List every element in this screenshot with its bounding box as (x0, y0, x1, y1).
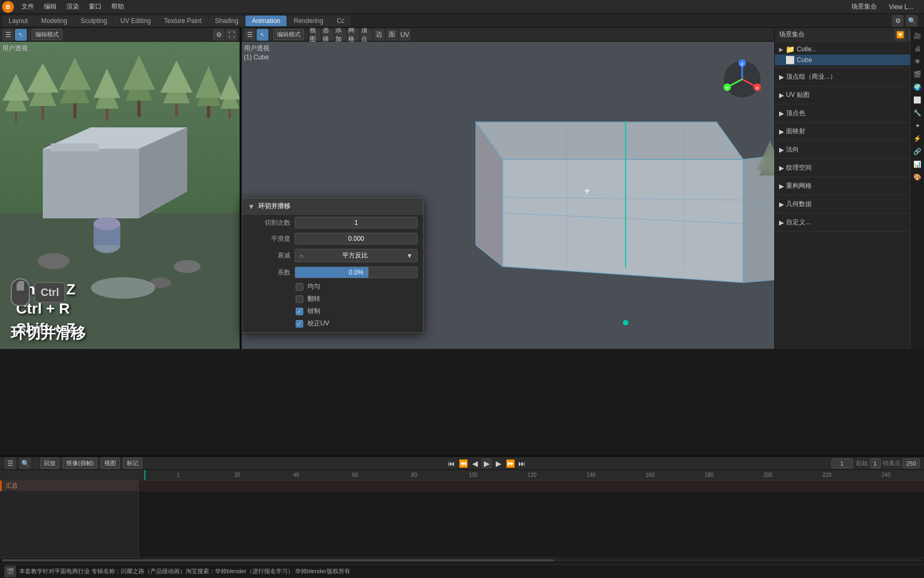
vertex-groups-header[interactable]: ▶ 顶点组（商业...） (775, 70, 924, 83)
prev-frame-btn[interactable]: ⏪ (458, 458, 468, 469)
render-props-icon[interactable]: 🎥 (912, 30, 923, 42)
clamp-checkbox[interactable]: ✓ (296, 308, 303, 315)
next-frame-btn[interactable]: ⏩ (505, 458, 515, 469)
add-btn[interactable]: 添加 (335, 29, 346, 41)
menu-file[interactable]: 文件 (17, 1, 38, 12)
tab-animation[interactable]: Animation (245, 16, 287, 26)
vertex-colors-header[interactable]: ▶ 顶点色 (775, 107, 924, 120)
factor-input[interactable]: 0.0% (295, 267, 418, 278)
timeline-scrollbar[interactable] (0, 558, 924, 562)
uv-header[interactable]: ▶ UV 贴图 (775, 88, 924, 102)
face-btn[interactable]: 面 (386, 29, 398, 41)
frame-start-input[interactable]: 1 (870, 459, 881, 468)
prev-keyframe-btn[interactable]: ◀ (469, 458, 480, 469)
uv-btn[interactable]: UV (399, 29, 411, 41)
select-btn[interactable]: 选择 (322, 29, 334, 41)
view-btn[interactable]: 视图 (309, 29, 321, 41)
material-props-icon[interactable]: 🎨 (912, 171, 923, 183)
left-3d-scene[interactable]: 用户透视 (0, 42, 240, 349)
timeline-menu[interactable]: ☰ (4, 458, 16, 469)
playback-menu[interactable]: 回放 (40, 458, 59, 469)
keying-menu[interactable]: 抠像(插帧) (63, 458, 97, 469)
scene-selector[interactable]: 场景集合 (847, 1, 881, 12)
falloff-selector[interactable]: ∩ 平方反比 ▼ (295, 249, 418, 262)
remesh-header[interactable]: ▶ 重构网格 (775, 179, 924, 193)
jump-end-btn[interactable]: ⏭ (517, 458, 527, 469)
scene-props-btn[interactable]: 🎬 (912, 69, 923, 80)
output-props-icon[interactable]: 🖨 (912, 43, 923, 55)
tab-cc[interactable]: Cc (330, 16, 351, 26)
tab-layout[interactable]: Layout (2, 16, 34, 26)
custom-header[interactable]: ▶ 自定义... (775, 216, 924, 229)
view-props-icon[interactable]: 👁 (912, 56, 923, 67)
face-map-header[interactable]: ▶ 面映射 (775, 125, 924, 138)
left-fullscreen[interactable]: ⛶ (226, 29, 237, 41)
frame-indicator (144, 470, 145, 480)
markers-menu[interactable]: 标记 (123, 458, 142, 469)
blender-logo[interactable]: B (2, 1, 14, 13)
view-menu-tl[interactable]: 视图 (101, 458, 120, 469)
scene-props-icon[interactable]: ⚙ (892, 15, 904, 27)
cut-count-input[interactable]: 1 (295, 217, 418, 229)
mark-20: 20 (207, 472, 266, 478)
view-layer-selector[interactable]: View L... (884, 2, 918, 12)
menu-edit[interactable]: 编辑 (40, 1, 61, 12)
left-mode-selector[interactable]: 编辑模式 (32, 29, 63, 40)
uniform-label: 均匀 (307, 282, 320, 291)
frame-end-input[interactable]: 250 (903, 459, 920, 468)
texture-space-header[interactable]: ▶ 纹理空间 (775, 161, 924, 174)
mesh-btn[interactable]: 网格 (348, 29, 359, 41)
geometry-header[interactable]: ▶ 几何数据 (775, 197, 924, 211)
panel-header: ▼ 环切并滑移 (242, 199, 423, 215)
track-content[interactable] (139, 481, 924, 558)
timeline-search[interactable]: 🔍 (19, 458, 31, 469)
tab-uv-editing[interactable]: UV Editing (114, 16, 157, 26)
tab-sculpting[interactable]: Sculpting (74, 16, 113, 26)
cut-count-label: 切割次数 (248, 218, 290, 227)
data-props-icon[interactable]: 📊 (912, 158, 923, 170)
right-cursor-tool[interactable]: ↖ (257, 29, 268, 41)
menu-render[interactable]: 渲染 (62, 1, 83, 12)
tab-rendering[interactable]: Rendering (287, 16, 329, 26)
menu-help[interactable]: 帮助 (107, 1, 128, 12)
status-scene-icon[interactable]: 🎬 (4, 566, 16, 577)
jump-start-btn[interactable]: ⏮ (446, 458, 457, 469)
nav-gizmo[interactable]: Z X Y (721, 58, 764, 101)
physics-props-icon[interactable]: ⚡ (912, 133, 923, 144)
uniform-checkbox[interactable] (296, 283, 303, 291)
constraint-props-icon[interactable]: 🔗 (912, 146, 923, 157)
scroll-thumb[interactable] (2, 559, 554, 561)
left-viewport-props[interactable]: ⚙ (213, 29, 225, 41)
particles-props-icon[interactable]: ✦ (912, 120, 923, 132)
flip-checkbox[interactable] (296, 295, 303, 303)
right-view-menu[interactable]: ☰ (244, 29, 256, 41)
scene-filter-icon[interactable]: 🔽 (894, 29, 906, 41)
object-props-icon[interactable]: ⬜ (912, 94, 923, 106)
modifier-props-icon[interactable]: 🔧 (912, 107, 923, 119)
search-icon[interactable]: 🔍 (906, 15, 918, 27)
tab-texture-paint[interactable]: Texture Paint (158, 16, 208, 26)
left-cursor-tool[interactable]: ↖ (15, 29, 27, 41)
current-frame-display[interactable]: 1 (831, 459, 853, 468)
normals-header[interactable]: ▶ 法向 (775, 143, 924, 156)
panel-collapse-icon[interactable]: ▼ (248, 202, 255, 211)
tab-modeling[interactable]: Modeling (35, 16, 74, 26)
scene-panel-title: 场景集合 (779, 30, 805, 39)
smoothness-input[interactable]: 0.000 (295, 233, 418, 245)
clamp-row: ✓ 钳制 (242, 305, 423, 317)
right-mode-selector[interactable]: 编辑模式 (273, 29, 304, 40)
keyboard-display: Ctrl (11, 278, 65, 306)
menu-window[interactable]: 窗口 (84, 1, 106, 12)
tab-shading[interactable]: Shading (209, 16, 245, 26)
correct-uv-checkbox[interactable]: ✓ (296, 320, 303, 328)
play-btn[interactable]: ▶ (481, 458, 492, 469)
left-view-menu[interactable]: ☰ (2, 29, 14, 41)
next-keyframe-btn[interactable]: ▶ (493, 458, 504, 469)
summary-track[interactable]: 汇总 (0, 481, 138, 491)
world-props-icon[interactable]: 🌍 (912, 81, 923, 93)
edge-btn[interactable]: 边 (373, 29, 385, 41)
ruler-marks: 1 20 40 60 80 100 120 140 160 180 200 22… (144, 472, 920, 478)
collection-item[interactable]: ▶ 📁 Colle... (775, 44, 924, 55)
vertex-btn[interactable]: 顶点 (360, 29, 372, 41)
cube-item[interactable]: ⬜ Cube (775, 55, 924, 65)
